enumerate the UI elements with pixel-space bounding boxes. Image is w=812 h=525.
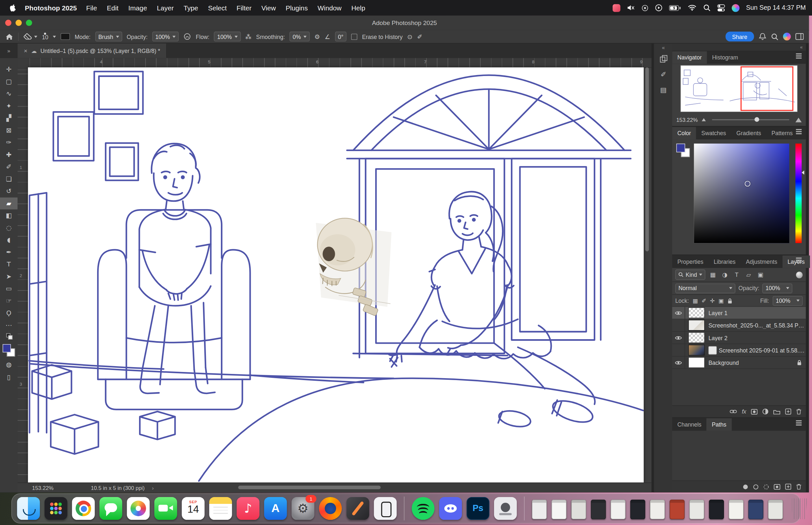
- history-brush-tool[interactable]: ↺: [0, 185, 17, 197]
- screen-mode-button[interactable]: ▯: [0, 371, 17, 383]
- mask-from-path-icon[interactable]: [774, 484, 781, 490]
- menu-layer[interactable]: Layer: [157, 4, 174, 12]
- mute-icon[interactable]: [627, 4, 635, 11]
- pen-pressure-icon[interactable]: ✐: [417, 33, 422, 40]
- smoothing-dropdown[interactable]: 0%: [290, 31, 310, 41]
- dock-preview[interactable]: [494, 497, 517, 520]
- object-selection-tool[interactable]: ✦: [0, 100, 17, 112]
- layer-lock-icon[interactable]: [797, 360, 801, 365]
- new-group-icon[interactable]: [773, 409, 780, 415]
- erase-to-history-checkbox[interactable]: [351, 33, 357, 40]
- dock-chrome[interactable]: [72, 497, 95, 520]
- layer-name[interactable]: Layer 1: [708, 310, 806, 316]
- dock-notes[interactable]: [209, 497, 232, 520]
- lock-artboard-icon[interactable]: ▣: [718, 297, 724, 304]
- layer-name[interactable]: Layer 2: [708, 335, 806, 341]
- path-as-selection-icon[interactable]: [763, 484, 769, 490]
- ruler-top[interactable]: 456789: [28, 58, 652, 68]
- layer-name[interactable]: Screenshot 2025-09-01 at 5.58.34 PM: [719, 347, 806, 353]
- delete-path-icon[interactable]: [796, 483, 802, 490]
- tab-properties[interactable]: Properties: [672, 255, 709, 268]
- delete-layer-icon[interactable]: [796, 408, 802, 415]
- layer-thumbnail[interactable]: [688, 320, 705, 331]
- layer-thumbnail[interactable]: [688, 308, 705, 318]
- menu-type[interactable]: Type: [184, 4, 198, 12]
- menu-view[interactable]: View: [261, 4, 276, 12]
- menubar-app-name[interactable]: Photoshop 2025: [25, 4, 77, 12]
- menu-select[interactable]: Select: [208, 4, 227, 12]
- panel-menu-icon[interactable]: [796, 56, 802, 56]
- dock-window-thumb[interactable]: [748, 500, 763, 520]
- type-tool[interactable]: T: [0, 258, 17, 270]
- layer-row[interactable]: Layer 2: [672, 332, 806, 344]
- dock-window-thumb[interactable]: [571, 500, 586, 520]
- filter-shape-layers-icon[interactable]: ▱: [744, 270, 753, 280]
- tab-channels[interactable]: Channels: [672, 418, 707, 431]
- brush-settings-toggle-icon[interactable]: [61, 33, 70, 40]
- dock-trash[interactable]: [788, 497, 810, 520]
- panel-menu-icon[interactable]: [796, 259, 802, 260]
- filter-pixel-layers-icon[interactable]: ▦: [708, 270, 717, 280]
- gradient-tool[interactable]: ◧: [0, 210, 17, 222]
- dodge-tool[interactable]: ◖: [0, 234, 17, 245]
- eraser-tool[interactable]: ▰: [0, 197, 17, 209]
- play-status-icon[interactable]: [655, 4, 662, 11]
- shape-tool[interactable]: ▭: [0, 282, 17, 294]
- filter-adjustment-layers-icon[interactable]: ◑: [720, 270, 729, 280]
- apple-logo-icon[interactable]: [9, 3, 16, 12]
- dock-window-thumb[interactable]: [532, 500, 547, 520]
- siri-icon[interactable]: [732, 4, 739, 12]
- skull-photo-layer[interactable]: [316, 218, 392, 316]
- tab-navigator[interactable]: Navigator: [672, 51, 707, 64]
- collapsed-panel-pages-icon[interactable]: [654, 51, 673, 66]
- opacity-dropdown[interactable]: 100%: [152, 31, 179, 41]
- search-icon[interactable]: [771, 33, 778, 40]
- dock-window-thumb[interactable]: [670, 500, 685, 520]
- blur-tool[interactable]: ◌: [0, 222, 17, 234]
- status-app-icon[interactable]: [613, 4, 621, 12]
- fill-dropdown[interactable]: 100%: [773, 296, 802, 305]
- move-tool[interactable]: ✛: [0, 63, 17, 75]
- canvas-artwork[interactable]: [28, 67, 644, 483]
- menubar-clock[interactable]: Sun Sep 14 4:37 PM: [746, 4, 806, 11]
- chevron-down-icon[interactable]: [53, 35, 56, 38]
- tab-gradients[interactable]: Gradients: [731, 127, 766, 139]
- tab-patterns[interactable]: Patterns: [766, 127, 798, 139]
- healing-brush-tool[interactable]: ✚: [0, 149, 17, 161]
- hand-tool[interactable]: ☞: [0, 295, 17, 307]
- navigator-preview[interactable]: [672, 64, 806, 114]
- lock-transparency-icon[interactable]: ▦: [692, 297, 698, 304]
- spotlight-icon[interactable]: [703, 4, 710, 11]
- menu-edit[interactable]: Edit: [107, 4, 119, 12]
- brush-tool[interactable]: ✐: [0, 161, 17, 173]
- tab-paths[interactable]: Paths: [707, 418, 732, 431]
- smoothing-options-gear-icon[interactable]: ⚙: [315, 33, 320, 40]
- layer-filter-kind-dropdown[interactable]: Kind: [675, 270, 705, 280]
- layer-visibility-toggle[interactable]: [672, 332, 685, 344]
- expand-panels-icon[interactable]: «: [654, 44, 673, 51]
- layer-filtering-toggle[interactable]: [796, 271, 803, 278]
- dock-window-thumb[interactable]: [768, 500, 783, 520]
- filter-smart-objects-icon[interactable]: ▣: [756, 270, 765, 280]
- menu-window[interactable]: Window: [318, 4, 342, 12]
- dock-discord[interactable]: [439, 497, 462, 520]
- panel-color-swatches[interactable]: [676, 144, 690, 157]
- eyedropper-tool[interactable]: ✑: [0, 136, 17, 149]
- clone-stamp-tool[interactable]: ❏: [0, 173, 17, 185]
- foreground-color-swatch[interactable]: [3, 344, 11, 352]
- new-path-icon[interactable]: [785, 483, 791, 490]
- pressure-opacity-icon[interactable]: [184, 33, 191, 41]
- current-tool-preset[interactable]: [24, 33, 37, 40]
- stroke-path-icon[interactable]: [753, 484, 759, 490]
- dock-calendar[interactable]: SEP14: [182, 497, 205, 520]
- add-layer-mask-icon[interactable]: [751, 409, 758, 415]
- zoom-slider-knob[interactable]: [754, 117, 759, 122]
- brush-angle-input[interactable]: 0°: [335, 31, 347, 41]
- panel-column-header[interactable]: «: [672, 44, 806, 51]
- tab-layers[interactable]: Layers: [782, 255, 810, 268]
- menu-image[interactable]: Image: [128, 4, 147, 12]
- pen-tool[interactable]: ✒: [0, 246, 17, 258]
- zoom-window-button[interactable]: [26, 20, 32, 26]
- menu-file[interactable]: File: [86, 4, 97, 12]
- menu-help[interactable]: Help: [351, 4, 365, 12]
